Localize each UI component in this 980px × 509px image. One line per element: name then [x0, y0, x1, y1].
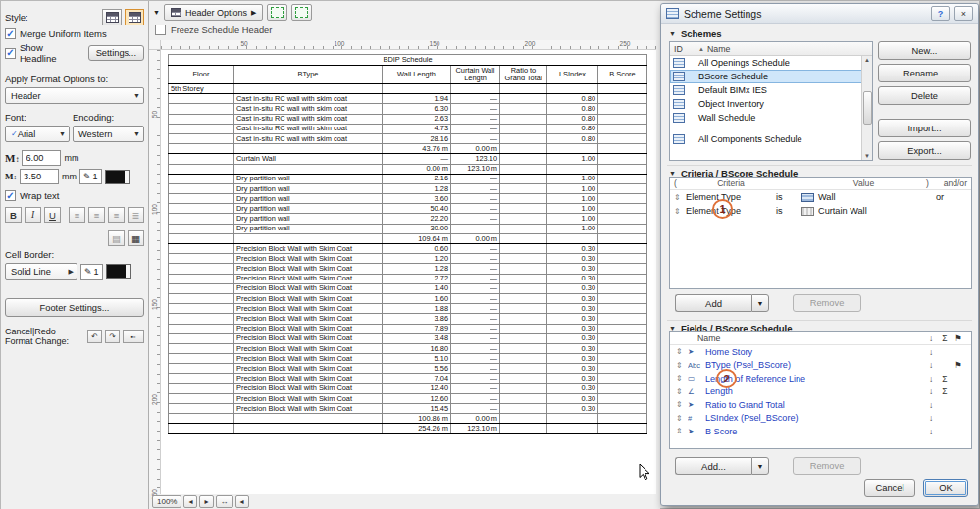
sum-icon[interactable]: Σ: [938, 333, 952, 343]
sort-descending-icon[interactable]: ↓: [924, 413, 938, 423]
border-pen-control[interactable]: ✎ 1: [80, 264, 103, 280]
scheme-row[interactable]: Default BIMx IES: [670, 83, 872, 97]
field-row[interactable]: ⇕➤Ratio to Grand Total↓: [670, 398, 971, 412]
table-row[interactable]: Cast in-situ RC wall with skim coat28.16…: [169, 133, 647, 143]
border-style-b-icon[interactable]: ▦: [128, 230, 144, 246]
field-row[interactable]: ⇕AbcBType (Psel_BScore)↓⚑: [670, 359, 971, 373]
rename-scheme-button[interactable]: Rename...: [878, 64, 971, 82]
pan-right-icon[interactable]: ▸: [199, 495, 213, 508]
font-select[interactable]: ✓ Arial ▼: [5, 126, 70, 142]
table-row[interactable]: Dry partition wall22.20—1.00: [169, 214, 647, 224]
table-row[interactable]: Cast in-situ RC wall with skim coat4.73—…: [169, 124, 647, 133]
body-text-size-field[interactable]: 3.50: [20, 169, 59, 184]
uniform-style-icon[interactable]: [102, 9, 122, 25]
close-button[interactable]: ×: [954, 6, 973, 21]
redo-icon[interactable]: ↷: [105, 330, 120, 343]
sort-descending-icon[interactable]: ↓: [924, 374, 938, 383]
fit-width-icon[interactable]: ↔: [216, 495, 233, 508]
drag-handle-icon[interactable]: ⇕: [674, 207, 686, 216]
drag-handle-icon[interactable]: ⇕: [676, 347, 688, 356]
table-row[interactable]: Cast in-situ RC wall with skim coat6.30—…: [169, 104, 647, 114]
table-row[interactable]: Precision Block Wall with Skim Coat7.04—…: [169, 374, 647, 383]
import-scheme-button[interactable]: Import...: [878, 119, 971, 137]
drag-handle-icon[interactable]: ⇕: [676, 427, 688, 435]
scheme-row[interactable]: Object Inventory: [670, 97, 872, 111]
column-header[interactable]: LSIndex: [547, 66, 598, 84]
scrollbar-thumb[interactable]: [863, 91, 872, 125]
sort-descending-icon[interactable]: ↓: [924, 333, 938, 343]
drag-handle-icon[interactable]: ⇕: [676, 374, 688, 382]
chevron-down-icon[interactable]: ▼: [751, 457, 769, 475]
merge-uniform-items-checkbox[interactable]: ✓ Merge Uniform Items: [5, 28, 144, 39]
line-type-select[interactable]: Solid Line ▶: [5, 263, 77, 280]
headline-settings-button[interactable]: Settings...: [88, 45, 144, 61]
table-row[interactable]: Precision Block Wall with Skim Coat1.88—…: [169, 304, 647, 314]
remove-field-button[interactable]: Remove: [793, 457, 861, 475]
table-row[interactable]: 100.86 m0.00 m: [169, 414, 647, 424]
table-row[interactable]: Precision Block Wall with Skim Coat1.20—…: [169, 254, 647, 264]
table-row[interactable]: 0.00 m123.10 m: [169, 164, 647, 174]
table-row[interactable]: Precision Block Wall with Skim Coat3.48—…: [169, 333, 647, 343]
table-row[interactable]: Cast in-situ RC wall with skim coat1.94—…: [169, 94, 647, 104]
column-header[interactable]: Curtain Wall Length: [451, 66, 500, 84]
field-row[interactable]: ⇕➤B Score↓: [670, 425, 971, 438]
table-row[interactable]: Precision Block Wall with Skim Coat5.56—…: [169, 364, 647, 374]
underline-button[interactable]: U: [44, 207, 61, 223]
table-row[interactable]: 43.76 m0.00 m: [169, 144, 647, 154]
text-color-swatch[interactable]: [105, 170, 130, 184]
dialog-titlebar[interactable]: Scheme Settings ? ×: [661, 4, 978, 24]
flag-icon[interactable]: ⚑: [952, 333, 965, 343]
border-style-a-icon[interactable]: ▤: [108, 230, 125, 246]
table-row[interactable]: Dry partition wall30.00—1.00: [169, 224, 647, 233]
table-row[interactable]: Dry partition wall2.16—1.00: [169, 174, 647, 183]
sort-descending-icon[interactable]: ↓: [924, 386, 938, 396]
show-headline-checkbox[interactable]: ✓ Show Headline: [5, 42, 82, 64]
cancel-button[interactable]: Cancel: [864, 479, 915, 497]
column-header[interactable]: B Score: [598, 66, 647, 84]
table-row[interactable]: Precision Block Wall with Skim Coat1.60—…: [169, 293, 647, 303]
scroll-left-icon[interactable]: ◂: [235, 495, 249, 508]
table-row[interactable]: Precision Block Wall with Skim Coat3.86—…: [169, 314, 647, 324]
table-row[interactable]: Precision Block Wall with Skim Coat12.60…: [169, 393, 647, 403]
align-center-icon[interactable]: ≡: [88, 207, 105, 223]
scheme-row[interactable]: All Components Schedule: [670, 132, 872, 146]
add-field-label[interactable]: Add...: [675, 457, 751, 475]
remove-criteria-button[interactable]: Remove: [793, 294, 861, 312]
sort-descending-icon[interactable]: ↓: [924, 400, 938, 410]
table-row[interactable]: Precision Block Wall with Skim Coat7.89—…: [169, 324, 647, 333]
add-criteria-button[interactable]: Add ▼: [675, 294, 769, 312]
scroll-up-icon[interactable]: ▲: [864, 57, 870, 63]
table-row[interactable]: Dry partition wall3.60—1.00: [169, 194, 647, 204]
ok-button[interactable]: OK: [923, 479, 968, 497]
chevron-down-icon[interactable]: ▼: [751, 294, 769, 312]
drag-handle-icon[interactable]: ⇕: [674, 193, 686, 202]
wrap-text-checkbox[interactable]: ✓ Wrap text: [5, 190, 144, 201]
table-row[interactable]: Cast in-situ RC wall with skim coat2.63—…: [169, 114, 647, 124]
schemes-scrollbar[interactable]: ▲ ▼: [861, 56, 872, 160]
drag-handle-icon[interactable]: ⇕: [676, 414, 688, 423]
delete-scheme-button[interactable]: Delete: [878, 86, 971, 105]
table-row[interactable]: 5th Storey: [169, 84, 647, 94]
sort-descending-icon[interactable]: ↓: [924, 427, 938, 436]
table-row[interactable]: 109.64 m0.00 m: [169, 233, 647, 243]
table-row[interactable]: 254.26 m123.10 m: [169, 424, 647, 433]
align-left-icon[interactable]: ≡: [69, 207, 85, 223]
help-button[interactable]: ?: [931, 6, 950, 21]
panel-collapse-icon[interactable]: ▼: [153, 9, 160, 16]
table-row[interactable]: Precision Block Wall with Skim Coat16.80…: [169, 343, 647, 353]
column-header[interactable]: Floor: [169, 66, 234, 84]
field-row[interactable]: ⇕#LSIndex (Psel_BScore)↓: [670, 412, 971, 426]
italic-button[interactable]: I: [25, 207, 41, 223]
text-pen-control[interactable]: ✎ 1: [79, 169, 102, 184]
bold-button[interactable]: B: [5, 207, 22, 223]
border-color-swatch[interactable]: [106, 264, 131, 279]
sum-icon[interactable]: Σ: [938, 386, 952, 396]
scheme-row[interactable]: All Openings Schedule: [670, 56, 872, 70]
column-header[interactable]: Ratio to Grand Total: [500, 66, 547, 84]
sum-icon[interactable]: Σ: [938, 374, 952, 383]
table-row[interactable]: Precision Block Wall with Skim Coat1.40—…: [169, 283, 647, 293]
scroll-down-icon[interactable]: ▼: [864, 153, 870, 159]
id-column-header[interactable]: ID: [674, 44, 696, 54]
add-criteria-label[interactable]: Add: [675, 294, 751, 312]
freeze-header-checkbox[interactable]: ✓ Freeze Schedule Header: [155, 25, 272, 35]
